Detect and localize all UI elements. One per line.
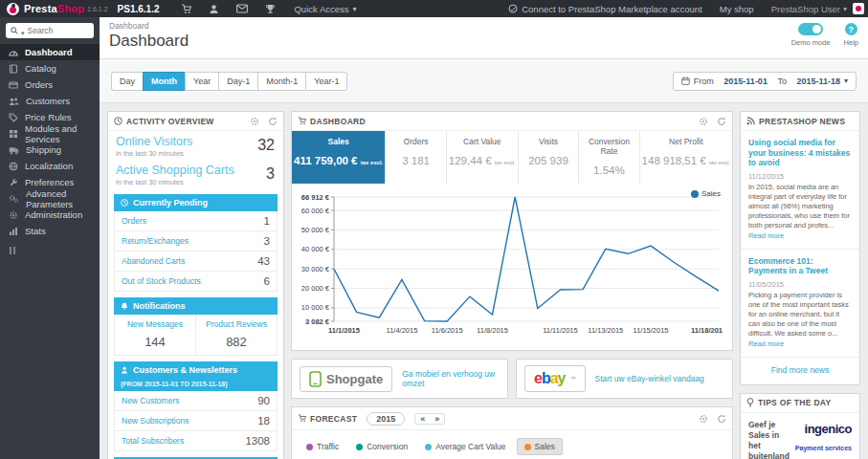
- sidebar-item-modules[interactable]: Modules and Services: [0, 125, 100, 142]
- ebay-logo: ebay™: [524, 365, 586, 392]
- read-more-link[interactable]: Read more: [748, 231, 784, 240]
- pending-returns-row[interactable]: Return/Exchanges3: [114, 231, 278, 251]
- news-item: Using social media for your business: 4 …: [741, 131, 859, 250]
- forecast-legend-traffic[interactable]: Traffic: [300, 438, 345, 455]
- sidebar-search[interactable]: [6, 23, 94, 38]
- svg-text:30 000 €: 30 000 €: [301, 265, 330, 273]
- sidebar-item-administration[interactable]: Administration: [0, 207, 100, 223]
- user-avatar[interactable]: [853, 3, 864, 14]
- forecast-next-icon[interactable]: »: [430, 414, 444, 424]
- product-reviews-cell[interactable]: Product Reviews 882: [195, 315, 277, 355]
- currently-pending-section: Currently Pending Orders1 Return/Exchang…: [114, 194, 278, 292]
- new-messages-cell[interactable]: New Messages 144: [115, 315, 195, 355]
- range-day-1-button[interactable]: Day-1: [218, 72, 257, 91]
- kpi-orders[interactable]: Orders 3 181: [386, 131, 446, 184]
- out-of-stock-row[interactable]: Out of Stock Products6: [114, 272, 278, 292]
- svg-text:50 000 €: 50 000 €: [301, 226, 330, 234]
- svg-text:11/8/2015: 11/8/2015: [477, 326, 508, 335]
- total-subscribers-row[interactable]: Total Subscribers1308: [114, 431, 278, 451]
- forecast-legend-conversion[interactable]: Conversion: [349, 438, 414, 455]
- search-scope-caret-icon[interactable]: [21, 22, 25, 39]
- user-menu[interactable]: PrestaShop User: [771, 4, 847, 14]
- news-item-title[interactable]: Using social media for your business: 4 …: [748, 138, 852, 168]
- preferences-icon: [9, 178, 18, 187]
- read-more-link[interactable]: Read more: [748, 339, 784, 348]
- svg-text:11/1/2015: 11/1/2015: [328, 326, 360, 335]
- new-customers-row[interactable]: New Customers90: [114, 391, 278, 411]
- messages-icon[interactable]: [236, 4, 248, 13]
- prestashop-logo: [7, 3, 19, 15]
- search-input[interactable]: [28, 26, 78, 35]
- main-area: Dashboard Dashboard Demo mode ? Help Day…: [100, 17, 868, 459]
- forecast-legend-sales[interactable]: Sales: [517, 438, 563, 455]
- my-shop-link[interactable]: My shop: [720, 4, 754, 14]
- page-title: Dashboard: [109, 32, 868, 51]
- dashboard-cart-icon: [298, 117, 306, 125]
- cart-icon[interactable]: [181, 4, 191, 14]
- search-icon: [11, 27, 18, 34]
- customers-newsletters-section: Customers & Newsletters (FROM 2015-11-01…: [114, 361, 278, 451]
- brand-name: PrestaShop: [24, 3, 84, 14]
- range-day-button[interactable]: Day: [111, 72, 143, 91]
- help-icon[interactable]: ?: [845, 23, 857, 35]
- ebay-link[interactable]: Start uw eBay-winkel vandaag: [595, 374, 704, 383]
- sales-legend-dot: [691, 190, 699, 198]
- activity-settings-icon[interactable]: [250, 117, 259, 126]
- active-carts-metric[interactable]: Active Shopping Carts in the last 30 min…: [108, 160, 283, 188]
- breadcrumb[interactable]: Dashboard: [109, 21, 868, 31]
- kpi-net-profit[interactable]: Net Profit 148 918,51 € tax excl.: [640, 131, 732, 184]
- online-visitors-metric[interactable]: Online Visitors in the last 30 minutes 3…: [108, 131, 283, 160]
- stats-icon: [9, 227, 18, 236]
- marketplace-icon: [508, 4, 518, 13]
- quick-access-menu[interactable]: Quick Access: [294, 4, 356, 14]
- shopgate-logo: Shopgate: [300, 366, 392, 392]
- sidebar-item-catalog[interactable]: Catalog: [0, 60, 100, 76]
- kpi-conversion-rate[interactable]: Conversion Rate 1.54%: [579, 131, 639, 184]
- chart-legend[interactable]: Sales: [691, 189, 721, 198]
- sidebar-item-advanced-parameters[interactable]: Advanced Parameters: [0, 190, 100, 207]
- dashboard-content: ACTIVITY OVERVIEW Online Visitors in the…: [100, 103, 868, 459]
- svg-text:11/4/2015: 11/4/2015: [387, 326, 418, 335]
- find-more-news-link[interactable]: Find more news: [741, 358, 859, 384]
- news-item-title[interactable]: Ecommerce 101: Payments in a Tweet: [748, 256, 852, 276]
- forecast-prev-icon[interactable]: «: [415, 414, 430, 424]
- range-month-1-button[interactable]: Month-1: [257, 72, 305, 91]
- date-range-picker[interactable]: From 2015-11-01 To 2015-11-18: [673, 72, 857, 91]
- svg-text:11/18/201: 11/18/201: [691, 326, 723, 335]
- sidebar-item-stats[interactable]: Stats: [0, 223, 100, 239]
- bell-icon: [121, 302, 128, 310]
- sidebar-item-orders[interactable]: Orders: [0, 76, 100, 93]
- forecast-refresh-icon[interactable]: [717, 414, 726, 424]
- modules-icon: [9, 129, 18, 139]
- activity-refresh-icon[interactable]: [268, 117, 278, 126]
- svg-text:3 082 €: 3 082 €: [305, 317, 330, 326]
- shopgate-link[interactable]: Ga mobiel en verhoog uw omzet: [402, 369, 500, 388]
- activity-panel-title: ACTIVITY OVERVIEW: [126, 117, 214, 126]
- dashboard-settings-icon[interactable]: [699, 117, 708, 126]
- kpi-visits[interactable]: Visits 205 939: [519, 131, 579, 184]
- kpi-cart-value[interactable]: Cart Value 129,44 € tax excl.: [447, 131, 519, 184]
- sidebar-item-dashboard[interactable]: Dashboard: [0, 44, 100, 60]
- range-year-button[interactable]: Year: [185, 72, 218, 91]
- clock-icon: [114, 117, 122, 125]
- forecast-settings-icon[interactable]: [699, 414, 708, 424]
- sidebar-item-localization[interactable]: Localization: [0, 158, 100, 174]
- range-year-1-button[interactable]: Year-1: [305, 72, 347, 91]
- sidebar-item-customers[interactable]: Customers: [0, 93, 100, 109]
- ingenico-logo: ingenico Payment services: [795, 420, 852, 454]
- kpi-sales[interactable]: Sales 411 759,00 € tax excl.: [292, 131, 386, 184]
- trophy-icon[interactable]: [265, 4, 276, 14]
- range-month-button[interactable]: Month: [143, 72, 185, 91]
- pending-orders-row[interactable]: Orders1: [114, 211, 278, 231]
- svg-text:11/15/2015: 11/15/2015: [634, 326, 669, 335]
- dashboard-refresh-icon[interactable]: [717, 117, 726, 126]
- abandoned-carts-row[interactable]: Abandoned Carts43: [114, 251, 278, 272]
- sidebar-item-shipping[interactable]: Shipping: [0, 142, 100, 158]
- user-icon[interactable]: [209, 4, 219, 14]
- demo-mode-toggle[interactable]: [798, 23, 823, 35]
- price-rules-icon: [9, 113, 18, 122]
- new-subscriptions-row[interactable]: New Subscriptions18: [114, 411, 278, 431]
- sidebar-collapse-button[interactable]: [10, 247, 100, 254]
- marketplace-link[interactable]: Connect to PrestaShop Marketplace accoun…: [508, 4, 702, 14]
- forecast-legend-average-cart-value[interactable]: Average Cart Value: [418, 438, 512, 455]
